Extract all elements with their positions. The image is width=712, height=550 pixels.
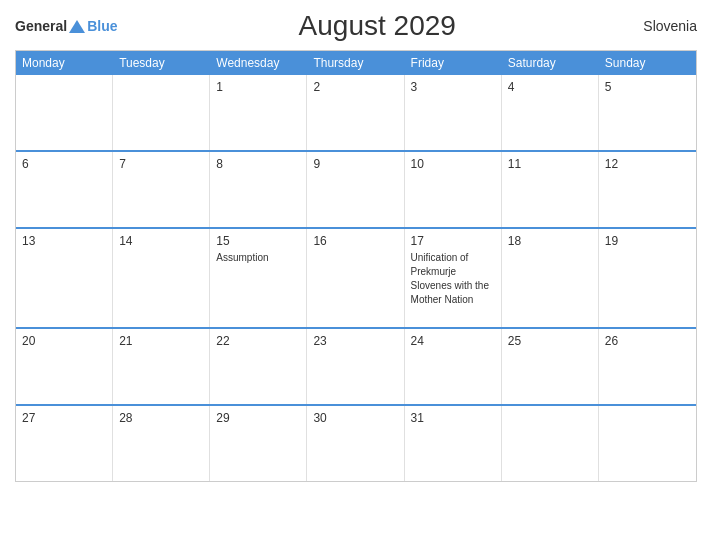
cell-w5-tue: 28 <box>113 406 210 481</box>
logo-triangle-icon <box>69 20 85 33</box>
cell-w1-wed: 1 <box>210 75 307 150</box>
day-number: 7 <box>119 157 203 171</box>
weekday-monday: Monday <box>16 51 113 75</box>
day-number: 18 <box>508 234 592 248</box>
cell-w3-mon: 13 <box>16 229 113 327</box>
cell-w4-wed: 22 <box>210 329 307 404</box>
weekday-tuesday: Tuesday <box>113 51 210 75</box>
cell-w5-mon: 27 <box>16 406 113 481</box>
cell-w1-tue <box>113 75 210 150</box>
cell-w4-tue: 21 <box>113 329 210 404</box>
cell-w2-tue: 7 <box>113 152 210 227</box>
event-unification: Unification of Prekmurje Slovenes with t… <box>411 252 489 305</box>
logo-general: General <box>15 18 67 34</box>
cell-w5-sun <box>599 406 696 481</box>
cell-w1-sat: 4 <box>502 75 599 150</box>
cell-w4-fri: 24 <box>405 329 502 404</box>
day-number: 26 <box>605 334 690 348</box>
day-number: 28 <box>119 411 203 425</box>
cell-w1-thu: 2 <box>307 75 404 150</box>
event-assumption: Assumption <box>216 252 268 263</box>
cell-w3-wed: 15 Assumption <box>210 229 307 327</box>
day-number: 24 <box>411 334 495 348</box>
day-number: 3 <box>411 80 495 94</box>
cell-w1-fri: 3 <box>405 75 502 150</box>
day-number: 27 <box>22 411 106 425</box>
cell-w4-sun: 26 <box>599 329 696 404</box>
cell-w3-sun: 19 <box>599 229 696 327</box>
cell-w3-sat: 18 <box>502 229 599 327</box>
calendar: Monday Tuesday Wednesday Thursday Friday… <box>15 50 697 482</box>
day-number: 2 <box>313 80 397 94</box>
day-number: 5 <box>605 80 690 94</box>
cell-w4-mon: 20 <box>16 329 113 404</box>
week-5: 27 28 29 30 31 <box>16 404 696 481</box>
day-number: 9 <box>313 157 397 171</box>
cell-w1-sun: 5 <box>599 75 696 150</box>
day-number: 1 <box>216 80 300 94</box>
day-number: 31 <box>411 411 495 425</box>
day-number: 12 <box>605 157 690 171</box>
cell-w4-thu: 23 <box>307 329 404 404</box>
cell-w2-sun: 12 <box>599 152 696 227</box>
weekday-friday: Friday <box>405 51 502 75</box>
day-number: 8 <box>216 157 300 171</box>
cell-w5-wed: 29 <box>210 406 307 481</box>
page: General Blue August 2029 Slovenia Monday… <box>0 0 712 550</box>
cell-w2-sat: 11 <box>502 152 599 227</box>
day-number: 13 <box>22 234 106 248</box>
week-3: 13 14 15 Assumption 16 17 Unification of… <box>16 227 696 327</box>
cell-w5-fri: 31 <box>405 406 502 481</box>
day-number: 21 <box>119 334 203 348</box>
weekday-thursday: Thursday <box>307 51 404 75</box>
week-4: 20 21 22 23 24 25 26 <box>16 327 696 404</box>
calendar-body: 1 2 3 4 5 6 7 8 9 10 11 12 13 14 15 <box>16 75 696 481</box>
cell-w1-mon <box>16 75 113 150</box>
logo-blue: Blue <box>87 18 117 34</box>
cell-w3-thu: 16 <box>307 229 404 327</box>
day-number: 14 <box>119 234 203 248</box>
cell-w5-thu: 30 <box>307 406 404 481</box>
day-number: 20 <box>22 334 106 348</box>
day-number: 15 <box>216 234 300 248</box>
cell-w2-mon: 6 <box>16 152 113 227</box>
day-number: 11 <box>508 157 592 171</box>
day-number: 4 <box>508 80 592 94</box>
cell-w5-sat <box>502 406 599 481</box>
calendar-header: Monday Tuesday Wednesday Thursday Friday… <box>16 51 696 75</box>
day-number: 10 <box>411 157 495 171</box>
cell-w3-tue: 14 <box>113 229 210 327</box>
cell-w2-wed: 8 <box>210 152 307 227</box>
cell-w2-fri: 10 <box>405 152 502 227</box>
day-number: 29 <box>216 411 300 425</box>
country-label: Slovenia <box>637 18 697 34</box>
day-number: 22 <box>216 334 300 348</box>
day-number: 17 <box>411 234 495 248</box>
day-number: 30 <box>313 411 397 425</box>
cell-w3-fri: 17 Unification of Prekmurje Slovenes wit… <box>405 229 502 327</box>
day-number: 16 <box>313 234 397 248</box>
weekday-sunday: Sunday <box>599 51 696 75</box>
logo: General Blue <box>15 18 117 34</box>
cell-w2-thu: 9 <box>307 152 404 227</box>
week-1: 1 2 3 4 5 <box>16 75 696 150</box>
header: General Blue August 2029 Slovenia <box>15 10 697 42</box>
weekday-wednesday: Wednesday <box>210 51 307 75</box>
day-number: 6 <box>22 157 106 171</box>
week-2: 6 7 8 9 10 11 12 <box>16 150 696 227</box>
cell-w4-sat: 25 <box>502 329 599 404</box>
day-number: 23 <box>313 334 397 348</box>
day-number: 25 <box>508 334 592 348</box>
weekday-saturday: Saturday <box>502 51 599 75</box>
day-number: 19 <box>605 234 690 248</box>
calendar-title: August 2029 <box>117 10 637 42</box>
